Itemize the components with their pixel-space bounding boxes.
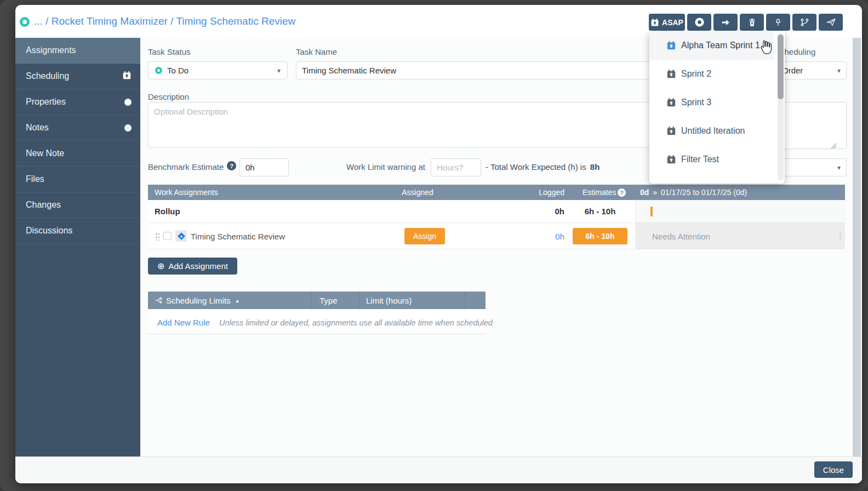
limit-column-header: Limit (hours) bbox=[366, 296, 412, 305]
work-limit-label: Work Limit warning at bbox=[346, 162, 425, 172]
dot-badge-icon bbox=[124, 124, 132, 132]
delete-button[interactable] bbox=[740, 14, 764, 31]
paper-plane-icon bbox=[826, 17, 836, 27]
assignment-status: Needs Attention bbox=[652, 232, 710, 241]
column-divider bbox=[359, 292, 360, 309]
column-divider bbox=[465, 292, 465, 309]
sidebar-item-label: Assignments bbox=[26, 45, 76, 55]
resize-grip-icon[interactable] bbox=[831, 141, 837, 151]
task-status-donut-icon bbox=[20, 17, 30, 27]
sidebar-item-new-note[interactable]: New Note bbox=[15, 141, 140, 167]
rollup-estimate: 6h - 10h bbox=[573, 207, 627, 216]
limits-table-title[interactable]: Scheduling Limits ▲ bbox=[166, 296, 240, 305]
type-column-header: Type bbox=[319, 296, 338, 305]
assign-button[interactable]: Assign bbox=[404, 228, 445, 244]
rollup-logged: 0h bbox=[521, 207, 564, 216]
modal-footer bbox=[15, 456, 862, 483]
timeline-range: 01/17/25 to 01/17/25 (0d) bbox=[661, 188, 747, 197]
sidebar-item-label: Changes bbox=[26, 200, 61, 210]
dropdown-item-sprint-2[interactable]: Sprint 2 bbox=[649, 60, 774, 88]
sidebar-item-scheduling[interactable]: Scheduling bbox=[15, 64, 140, 89]
dropdown-scrollbar-thumb[interactable] bbox=[778, 35, 784, 99]
sidebar-item-assignments[interactable]: Assignments bbox=[15, 38, 140, 64]
scheduling-order-value: Order bbox=[782, 66, 803, 75]
rollup-label: Rollup bbox=[155, 207, 180, 216]
benchmark-estimate-input[interactable] bbox=[239, 158, 289, 176]
row-checkbox[interactable] bbox=[163, 232, 172, 240]
dropdown-item-label: Sprint 2 bbox=[681, 69, 711, 79]
task-name-label: Task Name bbox=[296, 47, 337, 56]
sidebar-item-discussions[interactable]: Discussions bbox=[15, 218, 140, 244]
caret-down-icon: ▾ bbox=[837, 164, 841, 172]
dropdown-item-untitled-iteration[interactable]: Untitled Iteration bbox=[649, 117, 774, 145]
pin-icon bbox=[773, 18, 783, 27]
calendar-asap-icon bbox=[666, 41, 676, 50]
dropdown-item-label: Filter Test bbox=[681, 155, 719, 164]
send-button[interactable] bbox=[819, 14, 843, 31]
app-screen: ... / Rocket Timing Maximizer / Timing S… bbox=[0, 0, 868, 491]
sidebar-item-notes[interactable]: Notes bbox=[15, 115, 140, 141]
total-work-text: - Total Work Expected (h) is 8h bbox=[486, 162, 599, 172]
total-work-value: 8h bbox=[590, 162, 600, 172]
task-status-value: To Do bbox=[167, 66, 189, 75]
assignment-logged-link[interactable]: 0h bbox=[521, 232, 564, 241]
mouse-cursor bbox=[758, 39, 773, 59]
sidebar-item-label: New Note bbox=[26, 149, 64, 158]
benchmark-estimate-label: Benchmark Estimate bbox=[148, 162, 224, 172]
help-icon[interactable]: ? bbox=[618, 189, 626, 197]
assignment-title[interactable]: Timing Schematic Review bbox=[191, 232, 285, 241]
sidebar-item-label: Scheduling bbox=[26, 71, 69, 81]
calendar-asap-icon bbox=[666, 155, 676, 164]
task-status-label: Task Status bbox=[148, 47, 191, 56]
calendar-asap-icon bbox=[122, 71, 132, 82]
breadcrumb[interactable]: ... / Rocket Timing Maximizer / Timing S… bbox=[34, 15, 295, 27]
double-chevron-icon: » bbox=[653, 188, 657, 197]
branch-fork-icon bbox=[800, 18, 809, 27]
rollup-timeline-marker bbox=[650, 207, 653, 216]
dropdown-item-filter-test[interactable]: Filter Test bbox=[649, 145, 774, 174]
work-limit-input[interactable] bbox=[431, 158, 481, 176]
sidebar-item-files[interactable]: Files bbox=[15, 167, 140, 192]
sidebar-item-label: Notes bbox=[26, 123, 49, 133]
sidebar-item-properties[interactable]: Properties bbox=[15, 89, 140, 115]
close-button[interactable]: Close bbox=[814, 461, 853, 478]
pin-button[interactable] bbox=[766, 14, 790, 31]
calendar-asap-icon bbox=[650, 18, 659, 27]
work-table-title: Work Assignments bbox=[155, 188, 218, 197]
dropdown-item-sprint-3[interactable]: Sprint 3 bbox=[649, 88, 774, 117]
dependency-limit-icon bbox=[155, 296, 163, 306]
calendar-asap-icon bbox=[666, 126, 676, 136]
modal-scrollbar[interactable] bbox=[853, 38, 861, 456]
kebab-menu-icon[interactable]: ⋮ bbox=[836, 231, 844, 239]
dropdown-item-label: Sprint 3 bbox=[681, 98, 711, 107]
dropdown-item-label: Alpha Team Sprint 1 bbox=[681, 41, 760, 50]
sidebar-item-label: Discussions bbox=[26, 226, 72, 236]
arrow-right-icon bbox=[721, 18, 730, 27]
caret-down-icon: ▾ bbox=[837, 67, 841, 75]
task-type-icon bbox=[175, 230, 187, 242]
dropdown-item-label: Untitled Iteration bbox=[681, 126, 745, 136]
timeline-header: 0d » 01/17/25 to 01/17/25 (0d) bbox=[640, 188, 747, 197]
logged-column-header: Logged bbox=[521, 188, 564, 197]
sort-asc-icon: ▲ bbox=[235, 298, 240, 304]
column-divider bbox=[311, 292, 312, 309]
sidebar-item-changes[interactable]: Changes bbox=[15, 192, 140, 218]
asap-button[interactable]: ASAP bbox=[649, 14, 685, 31]
add-assignment-label: Add Assignment bbox=[169, 261, 228, 271]
dropdown-item-alpha-team-sprint-1[interactable]: Alpha Team Sprint 1 bbox=[649, 31, 774, 60]
add-assignment-button[interactable]: ⊕ Add Assignment bbox=[148, 258, 237, 275]
sidebar-item-label: Files bbox=[26, 174, 44, 184]
move-forward-button[interactable] bbox=[713, 14, 738, 31]
task-status-select[interactable]: To Do ▾ bbox=[148, 61, 288, 79]
help-icon[interactable]: ? bbox=[227, 161, 236, 170]
estimate-badge[interactable]: 6h - 10h bbox=[573, 228, 627, 244]
caret-down-icon: ▾ bbox=[277, 67, 281, 75]
plus-circle-icon: ⊕ bbox=[157, 262, 164, 271]
drag-handle-icon[interactable] bbox=[155, 232, 159, 241]
calendar-asap-icon bbox=[666, 98, 676, 107]
sidebar-item-label: Properties bbox=[26, 97, 66, 107]
rollup-timeline-cell bbox=[636, 200, 845, 222]
dependency-button[interactable] bbox=[792, 14, 816, 31]
status-donut-button[interactable] bbox=[687, 14, 711, 31]
add-new-rule-link[interactable]: Add New Rule bbox=[157, 318, 210, 327]
